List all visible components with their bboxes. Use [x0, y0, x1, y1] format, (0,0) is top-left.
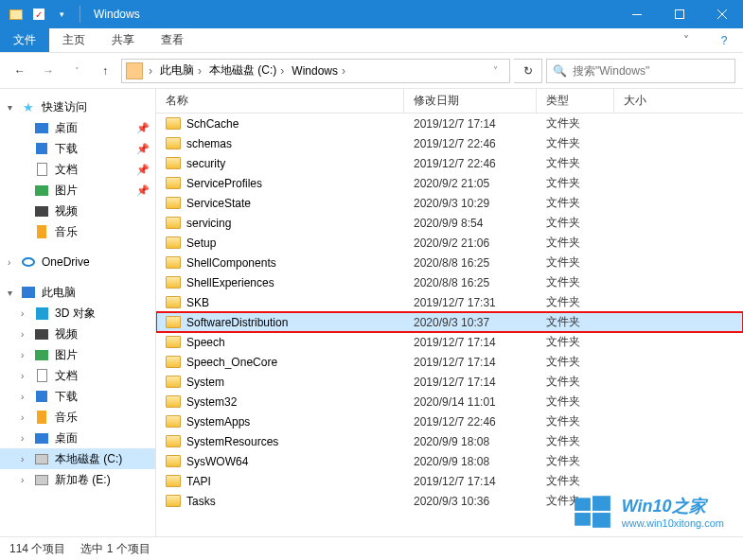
nav-back-button[interactable]: ←	[8, 59, 32, 83]
item-icon	[34, 162, 49, 177]
item-icon	[21, 254, 36, 270]
file-date: 2020/8/8 16:25	[404, 276, 537, 289]
table-row[interactable]: ServiceProfiles 2020/9/2 21:05 文件夹	[156, 173, 743, 193]
sidebar-item[interactable]: › 音乐	[0, 407, 155, 428]
expand-icon[interactable]: ›	[21, 308, 32, 319]
sidebar-item[interactable]: › 3D 对象	[0, 303, 155, 324]
table-row[interactable]: security 2019/12/7 22:46 文件夹	[156, 153, 743, 173]
file-date: 2019/12/7 22:46	[404, 137, 537, 150]
nav-recent-dropdown[interactable]: ˅	[64, 59, 89, 83]
breadcrumb-item[interactable]: 本地磁盘 (C:)	[209, 62, 276, 79]
table-row[interactable]: ShellExperiences 2020/8/8 16:25 文件夹	[156, 272, 743, 292]
sidebar-item[interactable]: 图片 📌	[0, 180, 155, 201]
tab-file[interactable]: 文件	[0, 28, 49, 52]
file-date: 2019/12/7 17:14	[404, 376, 537, 389]
table-row[interactable]: SchCache 2019/12/7 17:14 文件夹	[156, 114, 743, 133]
expand-icon[interactable]: ›	[21, 350, 32, 360]
expand-icon[interactable]: ›	[21, 392, 32, 402]
table-row[interactable]: ServiceState 2020/9/3 10:29 文件夹	[156, 193, 743, 213]
chevron-right-icon[interactable]: ›	[280, 64, 284, 78]
table-row[interactable]: System 2019/12/7 17:14 文件夹	[156, 372, 743, 392]
chevron-right-icon[interactable]: ›	[198, 64, 202, 78]
file-name: Speech_OneCore	[186, 356, 277, 369]
sidebar-item[interactable]: 桌面 📌	[0, 117, 155, 138]
file-type: 文件夹	[537, 215, 614, 231]
column-name[interactable]: 名称	[156, 89, 404, 113]
breadcrumb[interactable]: › 此电脑 › 本地磁盘 (C:) › Windows › ˅	[121, 59, 510, 83]
properties-icon[interactable]: ✓	[30, 6, 47, 23]
help-icon[interactable]: ?	[705, 28, 743, 52]
expand-icon[interactable]: ›	[21, 329, 32, 340]
folder-icon	[166, 395, 181, 408]
chevron-right-icon[interactable]: ›	[342, 64, 345, 78]
minimize-button[interactable]	[615, 0, 658, 28]
file-list[interactable]: SchCache 2019/12/7 17:14 文件夹 schemas 201…	[156, 114, 743, 536]
expand-icon[interactable]: ›	[21, 412, 32, 423]
expand-icon[interactable]: ›	[21, 454, 32, 464]
refresh-button[interactable]: ↻	[514, 59, 542, 83]
svg-rect-1	[675, 10, 683, 19]
tab-home[interactable]: 主页	[49, 28, 98, 52]
sidebar-item[interactable]: › OneDrive	[0, 252, 155, 272]
table-row[interactable]: Tasks 2020/9/3 10:36 文件夹	[156, 491, 743, 511]
sidebar-item[interactable]: › 视频	[0, 324, 155, 344]
table-row[interactable]: System32 2020/9/14 11:01 文件夹	[156, 392, 743, 411]
qat-dropdown-icon[interactable]: ▾	[53, 6, 70, 23]
table-row[interactable]: SoftwareDistribution 2020/9/3 10:37 文件夹	[156, 312, 743, 332]
column-type[interactable]: 类型	[537, 89, 614, 113]
file-type: 文件夹	[537, 453, 614, 469]
sidebar-item[interactable]: 音乐	[0, 221, 155, 242]
maximize-button[interactable]	[658, 0, 700, 28]
sidebar[interactable]: ▾ ★ 快速访问 桌面 📌 下载 📌 文档 📌 图片 📌 视频 音乐 › On	[0, 89, 156, 536]
table-row[interactable]: Speech_OneCore 2019/12/7 17:14 文件夹	[156, 352, 743, 372]
sidebar-item[interactable]: ▾ ★ 快速访问	[0, 96, 155, 117]
table-row[interactable]: SystemResources 2020/9/9 18:08 文件夹	[156, 431, 743, 451]
expand-icon[interactable]: ▾	[8, 288, 19, 298]
search-box[interactable]: 🔍	[546, 59, 735, 83]
table-row[interactable]: SKB 2019/12/7 17:31 文件夹	[156, 292, 743, 312]
sidebar-item[interactable]: 视频	[0, 201, 155, 221]
sidebar-item[interactable]: ▾ 此电脑	[0, 282, 155, 303]
table-row[interactable]: Setup 2020/9/2 21:06 文件夹	[156, 233, 743, 253]
sidebar-item[interactable]: 下载 📌	[0, 138, 155, 159]
sidebar-item[interactable]: › 本地磁盘 (C:)	[0, 448, 155, 469]
expand-icon[interactable]: ›	[21, 371, 32, 381]
chevron-right-icon[interactable]: ›	[149, 64, 152, 78]
table-row[interactable]: servicing 2020/9/9 8:54 文件夹	[156, 213, 743, 233]
close-button[interactable]	[700, 0, 743, 28]
file-type: 文件夹	[537, 294, 614, 310]
expand-icon[interactable]: ›	[8, 257, 19, 268]
sidebar-item-label: 新加卷 (E:)	[55, 472, 155, 488]
expand-icon[interactable]: ›	[21, 475, 32, 485]
expand-icon[interactable]: ▾	[8, 102, 19, 113]
table-row[interactable]: Speech 2019/12/7 17:14 文件夹	[156, 332, 743, 352]
table-row[interactable]: schemas 2019/12/7 22:46 文件夹	[156, 133, 743, 153]
breadcrumb-item[interactable]: Windows	[292, 64, 338, 78]
table-row[interactable]: ShellComponents 2020/8/8 16:25 文件夹	[156, 253, 743, 272]
sidebar-item[interactable]: › 下载	[0, 386, 155, 407]
file-date: 2020/9/3 10:36	[404, 495, 537, 508]
table-row[interactable]: SystemApps 2019/12/7 22:46 文件夹	[156, 411, 743, 431]
table-row[interactable]: TAPI 2019/12/7 17:14 文件夹	[156, 471, 743, 491]
table-row[interactable]: SysWOW64 2020/9/9 18:08 文件夹	[156, 451, 743, 471]
ribbon-expand-icon[interactable]: ˅	[667, 28, 705, 52]
breadcrumb-dropdown-icon[interactable]: ˅	[483, 59, 507, 83]
sidebar-item[interactable]: › 桌面	[0, 428, 155, 448]
item-icon	[21, 285, 36, 300]
tab-share[interactable]: 共享	[98, 28, 148, 52]
file-name: SystemResources	[186, 435, 278, 448]
file-name: ShellComponents	[186, 256, 276, 270]
file-date: 2020/9/3 10:29	[404, 197, 537, 210]
search-input[interactable]	[573, 64, 729, 78]
tab-view[interactable]: 查看	[148, 28, 197, 52]
sidebar-item[interactable]: 文档 📌	[0, 159, 155, 180]
sidebar-item[interactable]: › 图片	[0, 344, 155, 365]
nav-forward-button[interactable]: →	[36, 59, 61, 83]
sidebar-item[interactable]: › 文档	[0, 365, 155, 386]
column-size[interactable]: 大小	[614, 89, 743, 113]
nav-up-button[interactable]: ↑	[93, 59, 117, 83]
sidebar-item[interactable]: › 新加卷 (E:)	[0, 469, 155, 490]
column-date[interactable]: 修改日期	[404, 89, 537, 113]
breadcrumb-item[interactable]: 此电脑	[160, 62, 194, 79]
expand-icon[interactable]: ›	[21, 433, 32, 444]
